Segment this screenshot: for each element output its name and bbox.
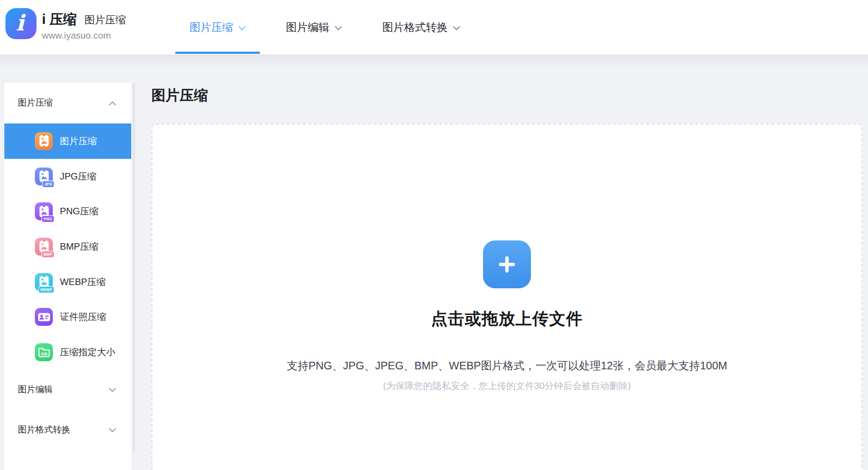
upload-dropzone[interactable]: 点击或拖放上传文件 支持PNG、JPG、JPEG、BMP、WEBP图片格式，一次…: [151, 123, 863, 470]
sidebar-section-image-compress[interactable]: 图片压缩: [4, 83, 131, 123]
brand-url: www.iyasuo.com: [42, 30, 126, 41]
sidebar-item-jpg-compress[interactable]: JPG JPG压缩: [4, 159, 131, 194]
png-badge: PNG: [41, 215, 54, 222]
chevron-down-icon: [109, 388, 116, 392]
jpg-badge: JPG: [42, 181, 54, 188]
sidebar-item-id-photo-compress[interactable]: 证件照压缩: [4, 299, 131, 335]
upload-privacy-note: (为保障您的隐私安全，您上传的文件30分钟后会被自动删除): [383, 380, 631, 392]
sidebar-section-label: 图片格式转换: [18, 424, 70, 436]
sidebar-item-compress-to-size[interactable]: KB 压缩指定大小: [4, 335, 131, 370]
sidebar-item-label: 图片压缩: [60, 135, 97, 147]
nav-item-label: 图片格式转换: [382, 20, 448, 35]
nav-item-format-convert[interactable]: 图片格式转换: [368, 0, 474, 54]
nav-item-image-edit[interactable]: 图片编辑: [272, 0, 356, 54]
header-shadow: [0, 54, 868, 69]
upload-title: 点击或拖放上传文件: [431, 308, 583, 330]
webp-badge: WEBP: [38, 286, 54, 293]
top-header: i i 压缩 图片压缩 www.iyasuo.com 图片压缩 图片编辑 图片格…: [0, 0, 868, 54]
webp-compress-icon: WEBP: [35, 273, 53, 291]
sidebar-item-image-compress[interactable]: 图片压缩: [4, 123, 131, 159]
chevron-up-icon: [109, 101, 116, 106]
sidebar-item-bmp-compress[interactable]: BMP BMP压缩: [4, 229, 131, 264]
top-nav: 图片压缩 图片编辑 图片格式转换: [175, 0, 474, 54]
sidebar-section-image-edit[interactable]: 图片编辑: [4, 370, 131, 410]
sidebar: 图片压缩 图片压缩 JPG JPG压缩: [4, 83, 131, 470]
kb-icon-text: KB: [41, 351, 47, 356]
brand-name: i 压缩: [42, 10, 77, 28]
upload-plus-button[interactable]: [483, 240, 531, 288]
brand-text: i 压缩 图片压缩 www.iyasuo.com: [42, 10, 126, 41]
sidebar-item-label: WEBP压缩: [60, 276, 106, 288]
id-photo-icon: [35, 308, 53, 326]
sidebar-item-label: JPG压缩: [60, 170, 96, 183]
page-title: 图片压缩: [151, 86, 208, 105]
nav-item-image-compress[interactable]: 图片压缩: [175, 0, 260, 54]
nav-item-label: 图片压缩: [190, 20, 233, 35]
chevron-down-icon: [239, 26, 246, 30]
chevron-down-icon: [453, 26, 460, 30]
sidebar-section-label: 图片压缩: [18, 97, 53, 109]
sidebar-item-png-compress[interactable]: PNG PNG压缩: [4, 194, 131, 229]
upload-format-hint: 支持PNG、JPG、JPEG、BMP、WEBP图片格式，一次可以处理12张，会员…: [287, 358, 728, 373]
kb-folder-icon: KB: [35, 343, 53, 361]
bmp-badge: BMP: [41, 251, 54, 258]
brand-suffix: 图片压缩: [84, 13, 126, 28]
plus-icon: [493, 251, 521, 278]
sidebar-item-label: 压缩指定大小: [60, 346, 115, 358]
sidebar-item-webp-compress[interactable]: WEBP WEBP压缩: [4, 264, 131, 300]
image-compress-icon: [35, 132, 53, 150]
logo-i-icon: i: [16, 12, 24, 34]
png-compress-icon: PNG: [35, 202, 53, 220]
bmp-compress-icon: BMP: [35, 238, 53, 256]
chevron-down-icon: [109, 428, 116, 432]
brand-logo[interactable]: i: [5, 8, 36, 39]
chevron-down-icon: [335, 26, 342, 30]
sidebar-item-label: 证件照压缩: [60, 311, 106, 323]
sidebar-item-label: PNG压缩: [60, 205, 99, 218]
sidebar-section-label: 图片编辑: [18, 384, 53, 395]
sidebar-item-label: BMP压缩: [60, 240, 99, 253]
sidebar-scrollbar[interactable]: [133, 83, 135, 453]
jpg-compress-icon: JPG: [35, 168, 53, 185]
sidebar-section-format-convert[interactable]: 图片格式转换: [4, 410, 131, 450]
nav-item-label: 图片编辑: [286, 20, 329, 35]
